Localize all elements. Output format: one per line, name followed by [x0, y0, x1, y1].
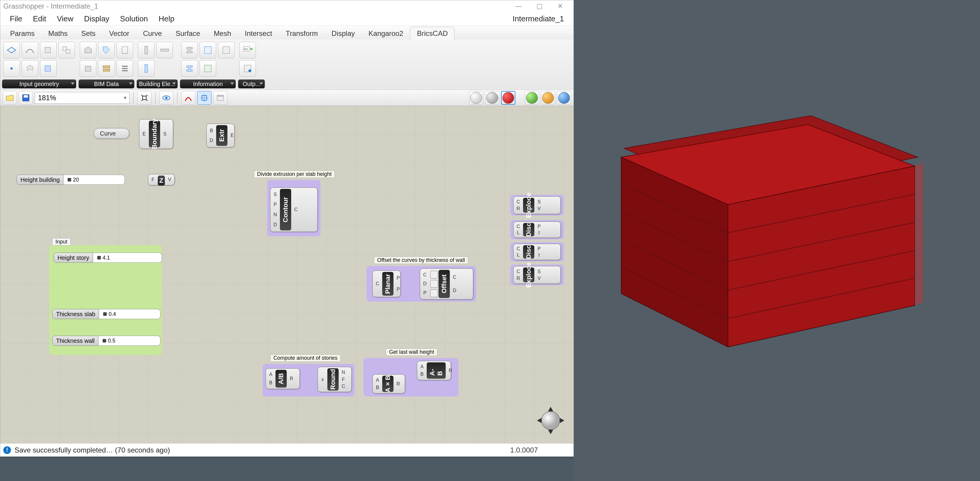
- open-button[interactable]: [3, 91, 17, 105]
- menu-solution[interactable]: Solution: [115, 13, 153, 25]
- node-division[interactable]: AB A/B R: [266, 368, 300, 389]
- node-explode-2[interactable]: CR Explode SV: [513, 266, 561, 284]
- ribbon: Input geometry BIM Data Building Ele...: [0, 40, 573, 90]
- ribbon-panel-caption[interactable]: Outp...: [238, 80, 265, 88]
- node-core: A-B: [427, 362, 445, 379]
- tool-building-icon[interactable]: [80, 42, 96, 59]
- tool-wall-icon[interactable]: [98, 60, 115, 77]
- node-core: Extr: [216, 125, 228, 146]
- sketch-button[interactable]: [181, 91, 196, 105]
- svg-rect-6: [66, 49, 70, 53]
- tool-curve-icon[interactable]: [22, 42, 38, 59]
- node-offset[interactable]: CDP Offset CD: [420, 268, 473, 299]
- tool-list-icon[interactable]: [116, 60, 133, 77]
- blue-mode-button[interactable]: [557, 91, 571, 105]
- tab-kangaroo2[interactable]: Kangaroo2: [362, 27, 410, 40]
- rendered-mode-button[interactable]: [501, 91, 515, 105]
- window-close-button[interactable]: ✕: [550, 1, 571, 12]
- tab-surface[interactable]: Surface: [169, 27, 207, 40]
- tool-info3-icon[interactable]: [218, 42, 235, 59]
- tab-params[interactable]: Params: [3, 27, 41, 40]
- tool-solid-icon[interactable]: [22, 60, 38, 77]
- orange-mode-button[interactable]: [541, 91, 555, 105]
- param-curve[interactable]: Curve: [94, 128, 129, 139]
- tool-ibeam2-icon[interactable]: [181, 60, 198, 77]
- menu-edit[interactable]: Edit: [27, 13, 52, 25]
- tool-box-blue-icon[interactable]: [40, 60, 57, 77]
- tool-plane-icon[interactable]: [3, 42, 20, 59]
- snap-toggle-button[interactable]: [197, 91, 212, 105]
- zoom-extents-button[interactable]: [137, 91, 151, 105]
- tab-mesh[interactable]: Mesh: [207, 27, 238, 40]
- window-minimize-button[interactable]: —: [508, 1, 529, 12]
- tab-intersect[interactable]: Intersect: [238, 27, 279, 40]
- svg-rect-8: [85, 66, 91, 71]
- slider-thickness-wall[interactable]: Thickness wall 0.5: [52, 336, 161, 346]
- slider-height-building[interactable]: Height building 20: [17, 175, 125, 185]
- menu-display[interactable]: Display: [79, 13, 115, 25]
- node-extrude[interactable]: BD Extr E: [206, 124, 235, 147]
- category-tabstrip: Params Maths Sets Vector Curve Surface M…: [0, 26, 573, 40]
- green-mode-button[interactable]: [525, 91, 539, 105]
- zoom-dropdown[interactable]: 181% ▾: [35, 92, 130, 104]
- menu-help[interactable]: Help: [153, 13, 180, 25]
- tab-transform[interactable]: Transform: [279, 27, 325, 40]
- window-maximize-button[interactable]: ▢: [529, 1, 550, 12]
- node-disc-2[interactable]: CL Disc Pt: [513, 244, 561, 260]
- ribbon-panel-caption[interactable]: Information: [180, 80, 236, 88]
- ribbon-panel-caption[interactable]: Building Ele...: [137, 80, 178, 88]
- node-unit-z[interactable]: F Z V: [148, 174, 175, 185]
- tool-profile-icon[interactable]: [116, 42, 133, 59]
- node-contour[interactable]: SPND Contour C: [270, 188, 318, 232]
- tool-multi-box-icon[interactable]: [59, 42, 75, 59]
- tab-sets[interactable]: Sets: [75, 27, 102, 40]
- slider-label: Height story: [54, 253, 93, 263]
- node-multiplication[interactable]: AB A×B R: [372, 374, 405, 393]
- tool-ifc-export-icon[interactable]: IFC: [239, 42, 256, 59]
- canvas[interactable]: Input Divide extrusion per slab height O…: [0, 106, 573, 443]
- tool-info-icon[interactable]: [200, 42, 216, 59]
- tab-display[interactable]: Display: [325, 27, 362, 40]
- tool-info2-icon[interactable]: [200, 60, 216, 77]
- tab-maths[interactable]: Maths: [41, 27, 75, 40]
- tool-tag-icon[interactable]: [98, 42, 115, 59]
- compass-gizmo[interactable]: [535, 404, 567, 437]
- tab-vector[interactable]: Vector: [102, 27, 136, 40]
- wireframe-mode-button[interactable]: [469, 91, 483, 105]
- svg-rect-4: [45, 66, 51, 72]
- ribbon-panel-caption[interactable]: Input geometry: [2, 80, 76, 88]
- tool-ibeam-icon[interactable]: [181, 42, 198, 59]
- ribbon-panel-input-geometry: Input geometry: [2, 41, 76, 88]
- save-button[interactable]: [19, 91, 33, 105]
- menu-view[interactable]: View: [52, 13, 79, 25]
- node-boundary[interactable]: E Boundary S: [139, 119, 173, 149]
- node-explode-1[interactable]: CR Explode SV: [513, 196, 561, 214]
- viewport-3d[interactable]: [574, 0, 980, 481]
- tool-column2-icon[interactable]: [138, 60, 154, 77]
- slider-label: Thickness wall: [52, 336, 99, 346]
- tool-output2-icon[interactable]: [239, 60, 256, 77]
- ribbon-panel-caption[interactable]: BIM Data: [79, 80, 134, 88]
- tool-point-icon[interactable]: [3, 60, 20, 77]
- node-subtraction[interactable]: AB A-B R: [417, 361, 451, 380]
- tool-slab-icon[interactable]: [156, 42, 173, 59]
- node-core: Round: [327, 368, 339, 390]
- menu-file[interactable]: File: [5, 13, 27, 25]
- node-disc-1[interactable]: CL Disc Pt: [513, 221, 561, 238]
- tab-bricscad[interactable]: BricsCAD: [410, 27, 455, 40]
- slider-height-story[interactable]: Height story 4.1: [54, 253, 162, 263]
- shaded-mode-button[interactable]: [485, 91, 500, 105]
- svg-rect-34: [217, 95, 224, 97]
- node-core: A×B: [382, 376, 393, 392]
- zoom-value: 181%: [38, 94, 56, 102]
- tool-box-icon[interactable]: [40, 42, 57, 59]
- node-round[interactable]: x Round NFC: [318, 367, 352, 392]
- slider-thickness-slab[interactable]: Thickness slab 0.4: [52, 309, 161, 319]
- node-core: Offset: [439, 270, 450, 298]
- preview-toggle-button[interactable]: [159, 91, 173, 105]
- tool-column-icon[interactable]: [138, 42, 154, 59]
- tool-building2-icon[interactable]: [80, 60, 96, 77]
- panel-button[interactable]: [213, 91, 228, 105]
- tab-curve[interactable]: Curve: [136, 27, 169, 40]
- node-planar[interactable]: C Planar PP: [372, 271, 401, 297]
